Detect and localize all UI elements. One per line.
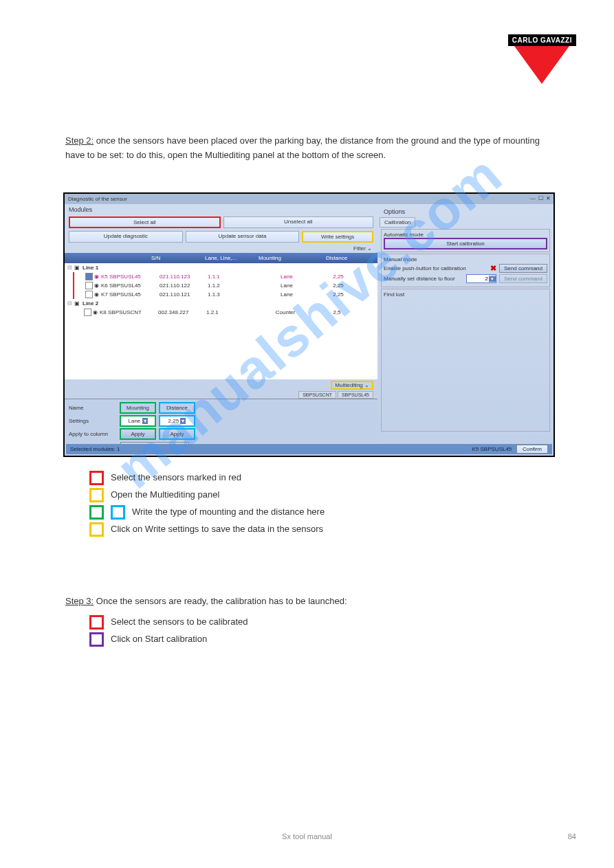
write-settings-button[interactable]: Write settings	[302, 231, 373, 243]
legend-text: Select the sensors to be calibrated	[111, 615, 248, 630]
tab-sbpsusl45[interactable]: SBPSUSL45	[338, 391, 373, 399]
update-diagnostic-button[interactable]: Update diagnostic	[69, 231, 183, 243]
collapse-icon[interactable]: ⊟	[67, 300, 74, 307]
col-mounting: Mounting	[256, 255, 323, 261]
grid-header: S/N Lane, Line,... Mounting Distance	[65, 253, 377, 263]
select-all-button[interactable]: Select all	[69, 216, 221, 228]
sensor-icon: ◉	[94, 291, 101, 298]
legend-text: Open the Multiediting panel	[111, 488, 219, 502]
purple-box-icon	[89, 632, 104, 647]
group-row[interactable]: ⊟ ▣ Line 1	[65, 263, 377, 272]
checkbox-icon[interactable]	[85, 282, 93, 289]
find-lost-label: Find lost	[384, 291, 547, 298]
picture-icon: ▣	[74, 300, 83, 307]
step2-body: once the sensors have been placed over t…	[65, 135, 540, 160]
distance-stepper[interactable]: ▾	[466, 274, 496, 283]
status-selected: Selected modules: 1	[70, 446, 120, 452]
update-sensor-data-button[interactable]: Update sensor data	[186, 231, 300, 243]
send-command-button[interactable]: Send command	[499, 264, 547, 273]
sensor-icon: ◉	[94, 282, 101, 289]
table-row[interactable]: ◉ K5 SBPSUSL45 021.110.123 1.1.1 Lane 2,…	[74, 272, 377, 281]
table-row[interactable]: ◉ K7 SBPSUSL45 021.110.121 1.1.3 Lane 2,…	[74, 290, 377, 299]
enable-push-label: Enable push-button for calibration	[384, 265, 487, 271]
row-mount: Counter	[254, 309, 316, 315]
row-sn: 021.110.122	[160, 282, 208, 289]
settings-label: Settings	[69, 418, 117, 424]
checkbox-icon[interactable]	[85, 291, 93, 298]
table-row[interactable]: ◉ K6 SBPSUSL45 021.110.122 1.1.2 Lane 2,…	[74, 281, 377, 290]
table-row[interactable]: ◉ K8 SBPSUSCNT 002.348.227 1.2.1 Counter…	[73, 308, 377, 317]
dropdown-icon[interactable]: ▾	[142, 418, 148, 424]
grid-body: ⊟ ▣ Line 1 ◉ K5 SBPSUSL45 021.110.123 1.…	[65, 263, 377, 379]
step2-label: Step 2:	[65, 135, 94, 146]
group-label: Line 1	[83, 265, 98, 271]
distance-input[interactable]: 2,25 ▾	[159, 415, 195, 427]
distance-value-input[interactable]	[467, 275, 489, 282]
maximize-icon[interactable]: ☐	[538, 195, 543, 201]
yellow-box-icon	[89, 522, 104, 537]
mounting-input[interactable]: Lane ▾	[120, 415, 156, 427]
legend-text: Click on Write settings to save the data…	[111, 522, 323, 537]
row-dist: 2,5	[316, 309, 358, 315]
apply-distance-button[interactable]: Apply	[159, 428, 195, 440]
col-line: Lane, Line,...	[202, 255, 256, 261]
options-header: Options	[380, 206, 551, 217]
manual-mode-box: Manual mode Enable push-button for calib…	[381, 254, 550, 287]
chevron-down-icon[interactable]: ⌄	[367, 245, 372, 252]
row-line: 1.2.1	[206, 309, 254, 315]
confirm-button[interactable]: Confirm	[516, 445, 548, 454]
status-bar: Selected modules: 1 K5 SBPSUSL45 Confirm	[66, 444, 552, 454]
mounting-header: Mounting	[120, 402, 156, 414]
auto-mode-label: Automatic mode	[384, 232, 547, 238]
send-command-button-2: Send command	[499, 274, 547, 283]
unselect-all-button[interactable]: Unselect all	[223, 216, 374, 228]
row-name: K6 SBPSUSL45	[101, 282, 160, 289]
sensor-icon: ◉	[94, 274, 101, 280]
screenshot-container: Diagnostic of the sensor — ☐ ✕ Modules S…	[63, 192, 555, 457]
red-box-icon	[89, 471, 104, 485]
step3-body: Once the sensors are ready, the calibrat…	[94, 596, 347, 606]
row-name: K5 SBPSUSL45	[101, 274, 160, 280]
checkbox-icon[interactable]	[84, 309, 91, 316]
row-dist: 2,25	[318, 291, 359, 298]
page-number: 84	[568, 832, 576, 841]
footer-text: Sx tool manual	[0, 832, 614, 841]
picture-icon: ▣	[74, 265, 83, 271]
row-mount: Lane	[256, 282, 318, 289]
row-sn: 021.110.121	[160, 291, 208, 298]
filter-label[interactable]: Filter	[353, 245, 366, 252]
calibration-tab[interactable]: Calibration	[380, 217, 415, 227]
tab-sbpsuscnt[interactable]: SBPSUSCNT	[298, 391, 336, 399]
modules-header: Modules	[65, 204, 377, 215]
cross-icon[interactable]: ✖	[490, 264, 496, 273]
collapse-icon[interactable]: ⊟	[67, 265, 74, 271]
brand-logo: CARLO GAVAZZI	[508, 34, 576, 84]
multiediting-toggle[interactable]: Multiediting ⌄	[331, 381, 373, 390]
spinner-icon[interactable]: ▾	[489, 276, 496, 282]
red-box-icon	[89, 615, 104, 630]
row-dist: 2,25	[318, 282, 359, 289]
spinner-icon[interactable]: ▾	[180, 418, 186, 424]
row-mount: Lane	[256, 274, 318, 280]
logo-text: CARLO GAVAZZI	[508, 34, 576, 46]
group-row[interactable]: ⊟ ▣ Line 2	[65, 299, 377, 308]
row-name: K8 SBPSUSCNT	[100, 309, 158, 315]
legend-text: Click on Start calibration	[111, 632, 207, 647]
apply-mounting-button[interactable]: Apply	[120, 428, 156, 440]
legend-block-1: Select the sensors marked in red Open th…	[89, 471, 550, 539]
step3-label: Step 3:	[65, 596, 94, 606]
row-sn: 002.348.227	[158, 309, 206, 315]
row-name: K7 SBPSUSL45	[101, 291, 160, 298]
chevron-down-icon: ⌄	[364, 382, 369, 388]
legend-text: Write the type of mounting and the dista…	[132, 505, 325, 520]
logo-triangle-icon	[514, 46, 569, 84]
start-calibration-button[interactable]: Start calibration	[384, 238, 547, 249]
checkbox-icon[interactable]	[85, 273, 93, 280]
yellow-box-icon	[89, 488, 104, 502]
close-icon[interactable]: ✕	[546, 195, 551, 201]
minimize-icon[interactable]: —	[530, 195, 536, 201]
status-module: K5 SBPSUSL45	[472, 446, 512, 452]
manual-distance-label: Manually set distance to floor	[384, 276, 463, 282]
row-sn: 021.110.123	[160, 274, 208, 280]
cyan-box-icon	[111, 505, 125, 520]
